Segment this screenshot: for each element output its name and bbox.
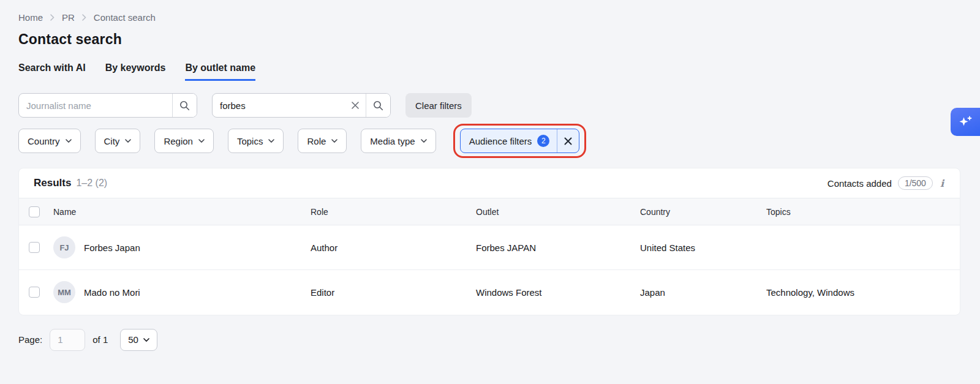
- contacts-added: Contacts added 1/500 i: [827, 176, 945, 190]
- select-all-checkbox[interactable]: [29, 206, 40, 217]
- page-count-text: of 1: [92, 334, 108, 345]
- x-icon: [564, 137, 572, 145]
- row-checkbox[interactable]: [29, 242, 40, 253]
- topics-filter-dropdown[interactable]: Topics: [228, 129, 284, 153]
- page-title: Contact search: [18, 31, 960, 48]
- audience-filters-chip[interactable]: Audience filters 2: [460, 129, 580, 153]
- contact-topics: Technology, Windows: [766, 270, 960, 315]
- clear-filters-button[interactable]: Clear filters: [405, 93, 472, 118]
- contact-outlet: Forbes JAPAN: [476, 225, 640, 270]
- city-filter-label: City: [104, 136, 120, 146]
- results-title: Results: [34, 177, 71, 189]
- tab-search-with-ai[interactable]: Search with AI: [18, 62, 86, 81]
- chevron-down-icon: [66, 139, 72, 143]
- chevron-down-icon: [198, 139, 205, 143]
- page-size-value: 50: [128, 334, 138, 345]
- audience-filters-label: Audience filters: [469, 136, 532, 146]
- results-title-group: Results1–2 (2): [34, 177, 107, 189]
- media-type-filter-dropdown[interactable]: Media type: [361, 129, 435, 153]
- contact-topics: [766, 225, 960, 270]
- media-type-filter-label: Media type: [370, 136, 415, 146]
- search-icon: [179, 100, 190, 111]
- column-header-role: Role: [311, 198, 476, 225]
- page-number-input[interactable]: [50, 329, 85, 351]
- audience-filters-main[interactable]: Audience filters 2: [461, 129, 557, 152]
- results-header: Results1–2 (2) Contacts added 1/500 i: [19, 168, 960, 198]
- table-row: FJ Forbes Japan Author Forbes JAPAN Unit…: [19, 225, 960, 270]
- region-filter-dropdown[interactable]: Region: [154, 129, 214, 153]
- chevron-down-icon: [331, 139, 337, 143]
- tab-by-keywords[interactable]: By keywords: [105, 62, 166, 81]
- column-header-country: Country: [640, 198, 766, 225]
- column-header-topics: Topics: [766, 198, 960, 225]
- contacts-added-label: Contacts added: [827, 178, 892, 189]
- info-icon[interactable]: i: [939, 178, 945, 189]
- clear-outlet-input-button[interactable]: [345, 94, 366, 117]
- contact-role: Author: [311, 225, 476, 270]
- outlet-search-button[interactable]: [366, 94, 390, 117]
- outlet-search-group: [212, 93, 391, 118]
- journalist-search-group: [18, 93, 197, 118]
- contact-country: Japan: [640, 270, 766, 315]
- contact-outlet: Windows Forest: [476, 270, 640, 315]
- table-row: MM Mado no Mori Editor Windows Forest Ja…: [19, 270, 960, 315]
- pagination: Page: of 1 50: [18, 329, 960, 351]
- chevron-down-icon: [125, 139, 131, 143]
- page-size-select[interactable]: 50: [120, 329, 157, 351]
- results-card: Results1–2 (2) Contacts added 1/500 i Na…: [18, 168, 960, 315]
- contact-country: United States: [640, 225, 766, 270]
- avatar: FJ: [53, 236, 75, 258]
- contact-name-cell: MM Mado no Mori: [53, 281, 311, 303]
- audience-filters-count-badge: 2: [537, 135, 549, 147]
- chevron-down-icon: [421, 139, 427, 143]
- breadcrumb-pr[interactable]: PR: [62, 12, 75, 23]
- column-header-outlet: Outlet: [476, 198, 640, 225]
- chevron-down-icon: [268, 139, 274, 143]
- avatar: MM: [53, 281, 75, 303]
- chevron-right-icon: [50, 14, 55, 21]
- results-range: 1–2 (2): [76, 178, 107, 188]
- contact-search-page: Home PR Contact search Contact search Se…: [0, 0, 980, 351]
- role-filter-dropdown[interactable]: Role: [298, 129, 347, 153]
- journalist-name-input[interactable]: [19, 94, 172, 117]
- search-row: Clear filters: [18, 93, 960, 118]
- city-filter-dropdown[interactable]: City: [95, 129, 141, 153]
- contact-name: Forbes Japan: [84, 243, 140, 253]
- results-table: Name Role Outlet Country Topics FJ Forbe…: [19, 198, 960, 315]
- table-header-row: Name Role Outlet Country Topics: [19, 198, 960, 225]
- topics-filter-label: Topics: [237, 136, 263, 146]
- x-icon: [352, 102, 359, 109]
- country-filter-dropdown[interactable]: Country: [18, 129, 81, 153]
- column-header-name: Name: [53, 198, 311, 225]
- row-checkbox[interactable]: [29, 287, 40, 298]
- search-icon: [373, 100, 383, 111]
- contact-role: Editor: [311, 270, 476, 315]
- contact-name: Mado no Mori: [84, 287, 140, 298]
- chevron-down-icon: [143, 338, 149, 342]
- breadcrumb-contact-search: Contact search: [94, 12, 156, 23]
- tab-bar: Search with AI By keywords By outlet nam…: [18, 62, 960, 81]
- audience-filters-wrap: Audience filters 2: [460, 129, 580, 153]
- breadcrumb-home[interactable]: Home: [18, 12, 43, 23]
- page-label: Page:: [18, 334, 42, 345]
- journalist-search-button[interactable]: [172, 94, 197, 117]
- filter-row: Country City Region Topics Role Media ty…: [18, 129, 960, 153]
- breadcrumb: Home PR Contact search: [18, 12, 960, 23]
- contact-name-cell: FJ Forbes Japan: [53, 236, 311, 258]
- outlet-name-input[interactable]: [213, 94, 345, 117]
- ai-assistant-button[interactable]: [951, 108, 980, 136]
- tab-by-outlet-name[interactable]: By outlet name: [185, 62, 255, 81]
- role-filter-label: Role: [307, 136, 326, 146]
- sparkle-icon: [957, 114, 973, 130]
- chevron-right-icon: [82, 14, 86, 21]
- audience-filters-clear-button[interactable]: [557, 129, 579, 152]
- region-filter-label: Region: [164, 136, 193, 146]
- country-filter-label: Country: [28, 136, 60, 146]
- contacts-added-count: 1/500: [898, 176, 933, 190]
